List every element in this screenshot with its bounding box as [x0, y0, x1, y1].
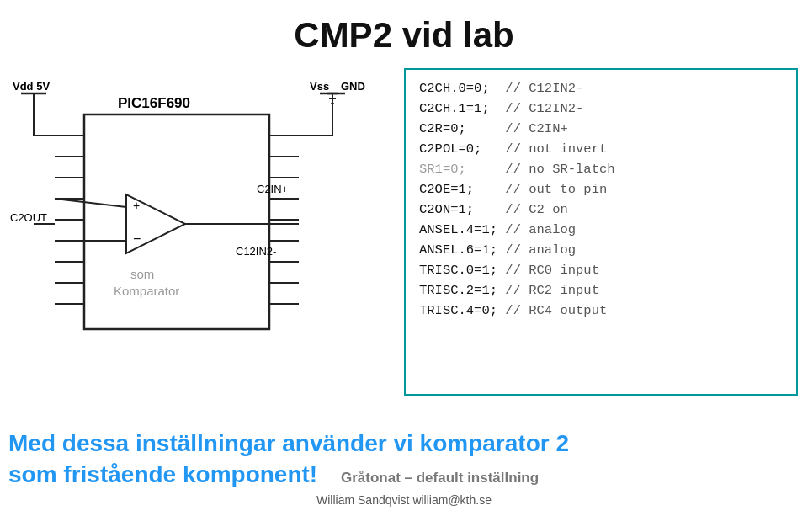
page-title: CMP2 vid lab	[0, 0, 808, 64]
schematic-area: + − PIC16F690 C2IN+ C12IN2- C2OUT Vdd 5V…	[8, 64, 396, 396]
svg-text:+: +	[133, 199, 140, 212]
svg-line-31	[55, 199, 126, 207]
svg-text:som: som	[130, 267, 154, 281]
gray-note: Gråtonat – default inställning	[341, 470, 539, 486]
code-box: C2CH.0=0; // C12IN2- C2CH.1=1; // C12IN2…	[404, 68, 798, 396]
highlight-line2: som fristående komponent!	[8, 461, 317, 487]
svg-text:Vdd 5V: Vdd 5V	[13, 80, 50, 93]
bottom-section: Med dessa inställningar använder vi komp…	[8, 428, 800, 507]
svg-text:−: −	[133, 231, 141, 246]
highlight-text: Med dessa inställningar använder vi komp…	[8, 428, 800, 490]
svg-text:C2OUT: C2OUT	[10, 211, 47, 224]
svg-text:Vss: Vss	[310, 80, 329, 93]
footer-credit: William Sandqvist william@kth.se	[8, 493, 800, 507]
svg-text:PIC16F690: PIC16F690	[118, 95, 190, 111]
svg-text:Komparator: Komparator	[114, 284, 179, 298]
svg-text:C12IN2-: C12IN2-	[236, 245, 276, 258]
highlight-line1: Med dessa inställningar använder vi komp…	[8, 430, 569, 456]
svg-text:C2IN+: C2IN+	[257, 183, 288, 195]
svg-text:GND: GND	[341, 80, 365, 93]
code-content: C2CH.0=0; // C12IN2- C2CH.1=1; // C12IN2…	[419, 78, 783, 321]
